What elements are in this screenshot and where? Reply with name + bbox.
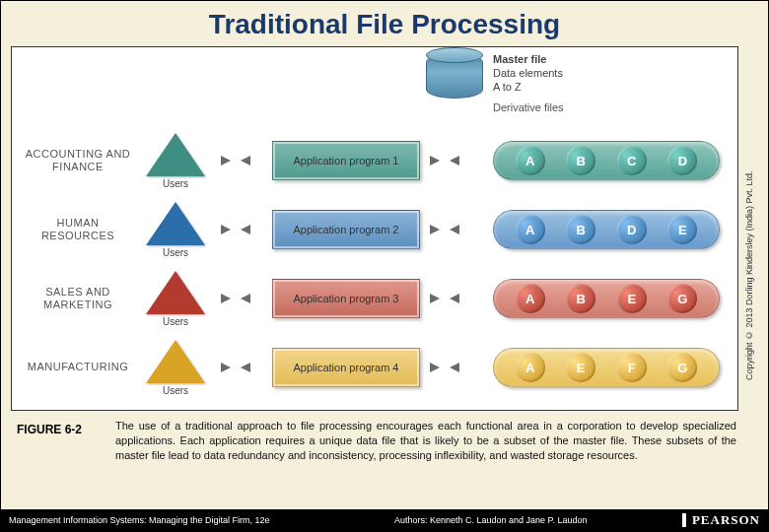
data-element-disc: E xyxy=(667,215,697,244)
triangle-icon xyxy=(146,133,205,176)
derivative-files-label: Derivative files xyxy=(493,101,564,115)
data-elements-pill: AEFG xyxy=(493,348,720,387)
arrow-left-icon xyxy=(241,294,250,303)
footer-authors: Authors: Kenneth C. Laudon and Jane P. L… xyxy=(394,515,588,525)
arrow-right-icon xyxy=(221,294,231,303)
application-plaque: Application program 4 xyxy=(272,348,420,387)
triangle-icon xyxy=(146,202,205,245)
data-element-disc: B xyxy=(566,215,595,244)
arrow-right-icon xyxy=(221,363,231,372)
arrow-left-icon xyxy=(450,225,459,234)
department-label: ACCOUNTING AND FINANCE xyxy=(20,148,136,173)
data-element-disc: E xyxy=(566,353,595,382)
arrow-left-icon xyxy=(241,363,250,372)
data-element-disc: A xyxy=(516,353,545,382)
diagram-row-0: ACCOUNTING AND FINANCEUsersApplication p… xyxy=(20,128,730,193)
arrow-left-icon xyxy=(241,225,250,234)
data-element-disc: B xyxy=(566,146,595,175)
master-file-block: Master file Data elements A to Z Derivat… xyxy=(426,53,564,115)
database-icon xyxy=(426,53,483,99)
arrow-right-icon xyxy=(221,156,231,166)
arrow-left-icon xyxy=(450,363,459,372)
data-element-disc: B xyxy=(566,284,595,313)
arrow-right-icon xyxy=(430,294,440,303)
users-triangle: Users xyxy=(136,271,215,327)
users-label: Users xyxy=(163,247,188,258)
department-label: MANUFACTURING xyxy=(20,361,136,373)
arrow-right-icon xyxy=(430,156,440,166)
figure-number: FIGURE 6-2 xyxy=(17,419,115,436)
diagram-row-3: MANUFACTURINGUsersApplication program 4A… xyxy=(20,335,730,400)
users-triangle: Users xyxy=(136,202,215,258)
department-label: SALES AND MARKETING xyxy=(20,286,136,311)
slide-footer: Management Information Systems: Managing… xyxy=(1,509,768,531)
data-element-disc: G xyxy=(667,353,697,382)
arrow-left-icon xyxy=(241,156,250,166)
application-plaque: Application program 2 xyxy=(272,210,420,249)
copyright-vertical: Copyright © 2013 Dorling Kindersley (Ind… xyxy=(744,50,764,501)
data-element-disc: F xyxy=(617,353,647,382)
slide-title: Traditional File Processing xyxy=(1,1,768,46)
users-label: Users xyxy=(163,316,188,327)
publisher-logo: PEARSON xyxy=(682,512,760,528)
diagram-row-2: SALES AND MARKETINGUsersApplication prog… xyxy=(20,266,730,331)
arrow-right-icon xyxy=(221,225,231,234)
application-plaque: Application program 1 xyxy=(272,141,420,180)
figure-caption: The use of a traditional approach to fil… xyxy=(115,419,736,463)
diagram-frame: Master file Data elements A to Z Derivat… xyxy=(11,46,738,411)
data-elements-pill: ABEG xyxy=(493,279,720,318)
arrow-left-icon xyxy=(450,156,459,166)
arrow-right-icon xyxy=(430,225,440,234)
users-triangle: Users xyxy=(136,133,215,189)
data-element-disc: A xyxy=(516,284,545,313)
data-element-disc: A xyxy=(516,146,545,175)
diagram-row-1: HUMAN RESOURCESUsersApplication program … xyxy=(20,197,730,262)
arrow-left-icon xyxy=(450,294,459,303)
triangle-icon xyxy=(146,340,205,383)
arrow-right-icon xyxy=(430,363,440,372)
master-file-labels: Master file Data elements A to Z Derivat… xyxy=(493,53,564,115)
users-label: Users xyxy=(163,385,188,396)
figure-caption-row: FIGURE 6-2 The use of a traditional appr… xyxy=(17,419,736,463)
users-triangle: Users xyxy=(136,340,215,396)
footer-book-title: Management Information Systems: Managing… xyxy=(9,515,270,525)
data-elements-pill: ABDE xyxy=(493,210,720,249)
users-label: Users xyxy=(163,178,188,189)
data-elements-pill: ABCD xyxy=(493,141,720,180)
data-element-disc: G xyxy=(667,284,697,313)
application-plaque: Application program 3 xyxy=(272,279,420,318)
data-element-disc: D xyxy=(667,146,697,175)
department-label: HUMAN RESOURCES xyxy=(20,217,136,242)
data-element-disc: C xyxy=(617,146,647,175)
data-element-disc: E xyxy=(617,284,647,313)
data-element-disc: A xyxy=(516,215,545,244)
data-element-disc: D xyxy=(617,215,647,244)
triangle-icon xyxy=(146,271,205,314)
